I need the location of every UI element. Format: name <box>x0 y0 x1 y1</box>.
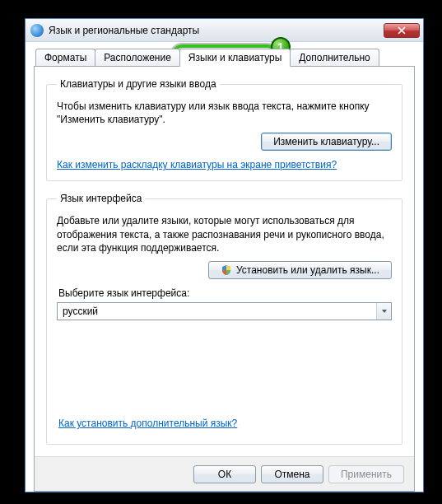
change-keyboard-button[interactable]: Изменить клавиатуру... <box>261 133 392 151</box>
group-keyboards: Клавиатуры и другие языки ввода Чтобы из… <box>46 78 402 181</box>
button-label: Установить или удалить язык... <box>236 264 379 276</box>
interface-language-dropdown[interactable]: русский <box>57 302 392 320</box>
welcome-screen-layout-link[interactable]: Как изменить раскладку клавиатуры на экр… <box>57 159 337 170</box>
keyboards-description: Чтобы изменить клавиатуру или язык ввода… <box>57 100 392 126</box>
spacer <box>57 320 392 416</box>
tab-location[interactable]: Расположение <box>95 49 180 66</box>
titlebar: Язык и региональные стандарты <box>26 19 423 42</box>
tab-panel: Клавиатуры и другие языки ввода Чтобы из… <box>34 66 415 492</box>
tab-label: Языки и клавиатуры <box>188 52 281 63</box>
globe-icon <box>30 24 44 37</box>
link-text: Как установить дополнительный язык? <box>58 418 237 429</box>
tab-advanced[interactable]: Дополнительно <box>290 49 379 66</box>
dialog-window: Язык и региональные стандарты Форматы Ра… <box>25 18 424 492</box>
content-area: Форматы Расположение Языки и клавиатуры … <box>26 42 423 492</box>
button-label: Отмена <box>274 469 309 480</box>
tab-languages-keyboards[interactable]: Языки и клавиатуры <box>179 49 291 67</box>
group-keyboards-legend: Клавиатуры и другие языки ввода <box>57 78 220 90</box>
apply-button: Применить <box>328 465 404 483</box>
tab-formats[interactable]: Форматы <box>35 49 95 66</box>
tab-label: Форматы <box>44 52 86 63</box>
interface-description: Добавьте или удалите языки, которые могу… <box>57 214 392 254</box>
tab-bar: Форматы Расположение Языки и клавиатуры … <box>35 49 415 66</box>
dropdown-value: русский <box>63 306 98 317</box>
close-button[interactable] <box>384 23 420 38</box>
link-text: Как изменить раскладку клавиатуры на экр… <box>57 159 337 170</box>
additional-language-link[interactable]: Как установить дополнительный язык? <box>58 418 237 429</box>
chevron-down-icon <box>376 303 391 320</box>
group-interface-language: Язык интерфейса Добавьте или удалите язы… <box>46 193 402 445</box>
dialog-button-bar: ОК Отмена Применить <box>35 456 414 491</box>
install-remove-language-button[interactable]: Установить или удалить язык... <box>208 261 392 279</box>
group-interface-legend: Язык интерфейса <box>57 193 145 204</box>
cancel-button[interactable]: Отмена <box>261 465 323 483</box>
close-icon <box>398 26 406 35</box>
button-label: Применить <box>341 469 392 480</box>
tab-label: Расположение <box>104 52 171 63</box>
select-language-label: Выберите язык интерфейса: <box>58 287 392 299</box>
ok-button[interactable]: ОК <box>193 465 256 483</box>
button-label: Изменить клавиатуру... <box>273 136 379 147</box>
tab-label: Дополнительно <box>299 52 370 63</box>
window-title: Язык и региональные стандарты <box>49 25 384 36</box>
shield-icon <box>221 264 232 276</box>
button-label: ОК <box>218 469 231 480</box>
